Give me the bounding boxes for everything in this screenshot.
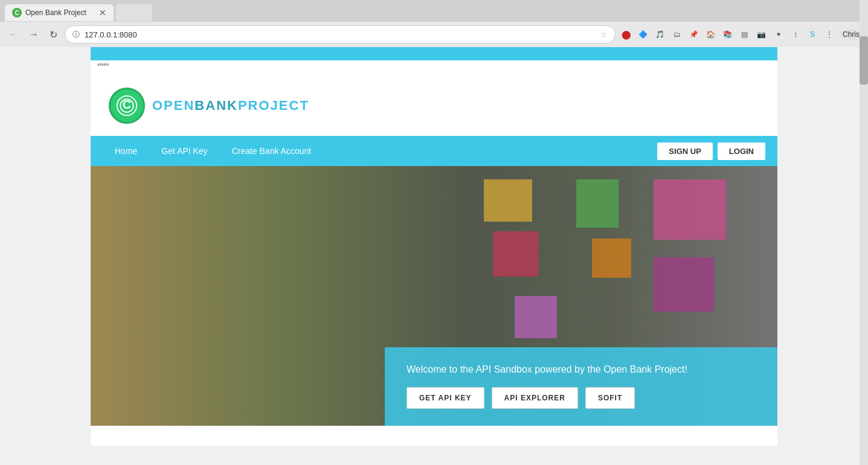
ext-icon-9[interactable]: ✦ [771, 27, 786, 42]
tab-close-button[interactable]: ✕ [99, 8, 106, 18]
logo-icon: C [109, 88, 145, 124]
menu-icon[interactable]: ⋮ [822, 27, 837, 42]
nav-home[interactable]: Home [103, 138, 149, 164]
skype-icon[interactable]: S [805, 27, 820, 42]
url-display: 127.0.0.1:8080 [85, 30, 595, 39]
logo-bank: BANK [194, 98, 238, 113]
logo-area: C OPENBANKPROJECT [91, 75, 777, 136]
ext-icon-7[interactable]: ▤ [738, 27, 752, 42]
tab-favicon: C [12, 8, 22, 18]
browser-chrome: C Open Bank Project ✕ ← → ↻ ⓘ 127.0.0.1:… [0, 0, 868, 47]
scrollbar-thumb[interactable] [860, 36, 868, 85]
top-banner [91, 47, 777, 60]
tab-bar: C Open Bank Project ✕ [0, 0, 868, 22]
logo-svg: C [116, 95, 138, 117]
active-tab[interactable]: C Open Bank Project ✕ [5, 4, 114, 21]
nav-create-bank-account[interactable]: Create Bank Account [220, 138, 324, 164]
nav-actions: SIGN UP LOGIN [657, 143, 765, 160]
nav-get-api-key[interactable]: Get API Key [149, 138, 219, 164]
hero-buttons: GET API KEY API EXPLORER SOFIT [407, 387, 756, 409]
security-icon: ⓘ [72, 30, 80, 40]
logo-project: PROJECT [238, 98, 309, 113]
login-button[interactable]: LOGIN [718, 143, 765, 160]
signup-button[interactable]: SIGN UP [657, 143, 712, 160]
ext-icon-3[interactable]: 🗂 [670, 27, 684, 42]
ext-icon-5[interactable]: 🏠 [704, 27, 718, 42]
toolbar-icons: ⬤ 🔷 🎵 🗂 📌 🏠 📚 ▤ 📷 ✦ ↕ S ⋮ Chris [619, 27, 863, 42]
reload-button[interactable]: ↻ [46, 27, 61, 43]
bookmark-icon[interactable]: ☆ [600, 30, 608, 39]
forward-button[interactable]: → [25, 27, 42, 42]
ext-icon-1[interactable]: 🔷 [636, 27, 651, 42]
page-content: """ C OPENBANKPROJECT Home Get API Key C… [91, 47, 777, 446]
ext-icon-6[interactable]: 📚 [721, 27, 735, 42]
scrollbar[interactable] [860, 0, 868, 458]
api-explorer-hero-button[interactable]: API EXPLORER [492, 387, 578, 409]
back-button[interactable]: ← [5, 27, 22, 42]
hero-info-box: Welcome to the API Sandbox powered by th… [385, 347, 777, 426]
logo-open: OPEN [152, 98, 194, 113]
hero-welcome-text: Welcome to the API Sandbox powered by th… [407, 364, 756, 375]
address-bar[interactable]: ⓘ 127.0.0.1:8080 ☆ [65, 25, 616, 43]
nav-links: Home Get API Key Create Bank Account [103, 138, 657, 164]
ext-icon-8[interactable]: 📷 [754, 27, 769, 42]
hero-section: Welcome to the API Sandbox powered by th… [91, 166, 777, 426]
logo-text: OPENBANKPROJECT [152, 98, 309, 114]
opera-icon[interactable]: ⬤ [619, 27, 634, 42]
tab-title: Open Bank Project [25, 8, 86, 17]
new-tab-area [116, 4, 152, 21]
ext-icon-2[interactable]: 🎵 [653, 27, 667, 42]
browser-toolbar: ← → ↻ ⓘ 127.0.0.1:8080 ☆ ⬤ 🔷 🎵 🗂 📌 🏠 📚 ▤… [0, 22, 868, 47]
sofit-hero-button[interactable]: SOFIT [585, 387, 635, 409]
ext-icon-4[interactable]: 📌 [687, 27, 701, 42]
quote-marks: """ [91, 60, 777, 75]
ext-icon-10[interactable]: ↕ [788, 27, 803, 42]
main-navbar: Home Get API Key Create Bank Account SIG… [91, 136, 777, 166]
get-api-key-hero-button[interactable]: GET API KEY [407, 387, 484, 409]
